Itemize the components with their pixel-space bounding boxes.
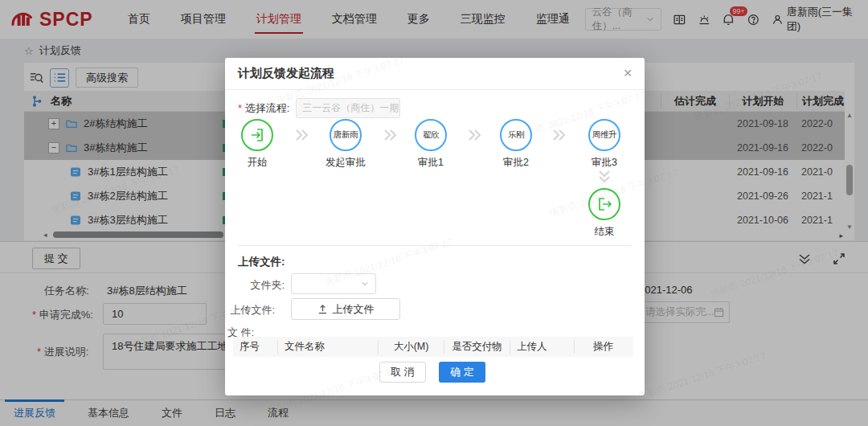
double-chevron-right-icon <box>382 127 398 143</box>
double-chevron-right-icon <box>466 127 482 143</box>
step-label-approve3: 审批3 <box>580 156 628 170</box>
double-chevron-right-icon <box>293 127 309 143</box>
approver-name: 周维升 <box>592 129 616 141</box>
upload-section-title: 上传文件: <box>238 255 285 269</box>
chevron-down-icon <box>361 280 369 288</box>
file-col-index: 序号 <box>233 340 277 354</box>
cancel-button[interactable]: 取 消 <box>379 362 426 383</box>
modal-title: 计划反馈发起流程 <box>238 66 334 81</box>
approver-name: 乐刚 <box>508 129 524 141</box>
flow-approver-node[interactable]: 唐新雨 <box>330 119 362 151</box>
double-chevron-right-icon <box>551 127 567 143</box>
file-col-size: 大小(M) <box>378 340 444 354</box>
enter-icon <box>249 127 265 143</box>
close-icon[interactable]: ✕ <box>623 67 633 80</box>
flow-approver-node[interactable]: 乐刚 <box>500 119 532 151</box>
step-label-end: 结束 <box>580 225 628 239</box>
file-col-name: 文件名称 <box>277 340 378 354</box>
flow-approver-node[interactable]: 周维升 <box>588 119 620 151</box>
step-label-initiate: 发起审批 <box>321 156 370 170</box>
file-col-actions: 操作 <box>574 340 632 354</box>
upload-icon <box>317 304 328 314</box>
plan-feedback-flow-modal: 计划反馈发起流程 ✕ 选择流程: 三一云谷（商住）一期.. 开始 唐新雨 发起审… <box>225 58 645 395</box>
double-chevron-down-icon <box>596 170 612 184</box>
flow-select-row: 选择流程: 三一云谷（商住）一期.. <box>238 98 400 118</box>
flow-end-node <box>588 188 620 220</box>
divider <box>238 245 632 246</box>
step-label-approve1: 审批1 <box>407 156 455 170</box>
approver-name: 翟欣 <box>423 129 439 141</box>
step-label-start: 开始 <box>233 156 281 170</box>
flow-select[interactable]: 三一云谷（商住）一期.. <box>296 98 400 118</box>
modal-header: 计划反馈发起流程 <box>225 58 645 90</box>
flow-start-node <box>241 119 273 151</box>
exit-icon <box>596 196 612 212</box>
step-label-approve2: 审批2 <box>492 156 540 170</box>
upload-file-label: 上传文件: <box>225 303 275 317</box>
approver-name: 唐新雨 <box>334 129 358 141</box>
folder-select[interactable] <box>291 273 376 294</box>
upload-file-button[interactable]: 上传文件 <box>291 298 400 320</box>
flow-approver-node[interactable]: 翟欣 <box>415 119 447 151</box>
flow-select-label: 选择流程: <box>238 101 289 116</box>
file-table-header: 序号 文件名称 大小(M) 是否交付物 上传人 操作 <box>233 337 633 357</box>
file-col-uploader: 上传人 <box>510 340 574 354</box>
confirm-button[interactable]: 确 定 <box>439 362 485 383</box>
folder-label: 文件夹: <box>235 278 285 293</box>
flow-select-value: 三一云谷（商住）一期.. <box>302 101 400 115</box>
file-col-deliverable: 是否交付物 <box>444 340 510 354</box>
